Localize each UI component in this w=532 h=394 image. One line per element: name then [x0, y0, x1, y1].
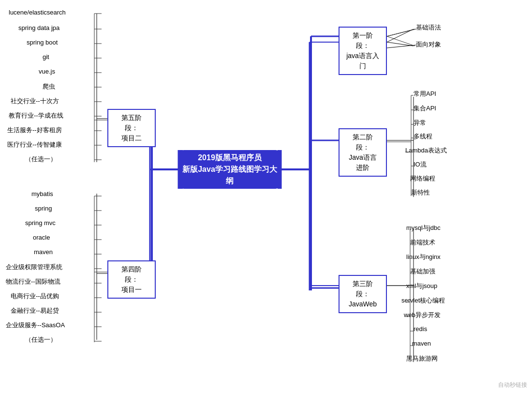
leaf-item: servlet核心编程 [401, 296, 445, 305]
leaf-item: spring mvc [25, 219, 56, 227]
leaf-item: 常用API [414, 90, 436, 98]
leaf-item: 集合API [414, 104, 436, 113]
leaf-item: 网络编程 [410, 174, 435, 183]
leaf-item: maven [412, 340, 431, 347]
stage2-label1: 第二阶段： [346, 132, 379, 152]
leaf-item: 电商行业--品优购 [11, 292, 59, 301]
leaf-item: mybatis [31, 190, 53, 197]
svg-line-7 [387, 42, 414, 46]
leaf-item: IO流 [414, 160, 427, 169]
leaf-item: 面向对象 [416, 40, 441, 49]
leaf-item: spring [35, 205, 52, 212]
svg-line-22 [387, 29, 416, 36]
leaf-item: 多线程 [414, 132, 432, 141]
stage3-label2: JavaWeb [346, 299, 379, 309]
leaf-item: vue.js [39, 68, 55, 75]
center-title-line2: 新版Java学习路线图学习大纲 [179, 164, 281, 187]
leaf-item: maven [34, 248, 53, 256]
leaf-item: 社交行业--十次方 [11, 97, 59, 106]
leaf-item: 异常 [414, 119, 426, 127]
stage4-box: 第四阶段： 项目一 [107, 260, 156, 299]
leaf-item: linux与nginx [406, 253, 441, 261]
leaf-item: 爬虫 [43, 82, 55, 91]
center-box: 2019版黑马程序员 新版Java学习路线图学习大纲 [179, 150, 281, 189]
svg-line-6 [387, 29, 414, 42]
leaf-item: 金融行业--易起贷 [11, 306, 59, 315]
stage5-label2: 项目二 [115, 133, 148, 143]
svg-line-23 [387, 45, 416, 48]
leaf-item: spring data jpa [18, 24, 59, 31]
leaf-item: mysql与jdbc [406, 224, 441, 232]
leaf-item: 物流行业--国际物流 [6, 277, 60, 286]
leaf-item: （任选一） [25, 155, 57, 164]
stage3-box: 第三阶段： JavaWeb [339, 275, 387, 313]
leaf-item: 新特性 [411, 188, 430, 197]
svg-line-25 [387, 36, 415, 46]
leaf-item: lucene/elasticsearch [9, 9, 66, 16]
leaf-item: Lambda表达式 [405, 146, 447, 155]
leaf-item: 企业级服务--SaasOA [6, 321, 65, 330]
stage1-box: 第一阶段： java语言入门 [339, 27, 387, 75]
leaf-item: 生活服务--好客租房 [7, 126, 62, 135]
leaf-item: web异步开发 [404, 311, 441, 319]
leaf-item: redis [414, 325, 427, 333]
stage1-label1: 第一阶段： [346, 30, 379, 51]
leaf-item: xml与jsoup [406, 282, 437, 290]
leaf-item: oracle [33, 234, 50, 241]
svg-line-24 [387, 29, 415, 36]
stage2-label2: Java语言进阶 [346, 152, 379, 173]
leaf-item: spring boot [27, 39, 58, 46]
stage1-label2: java语言入门 [346, 51, 379, 71]
leaf-item: 黑马旅游网 [406, 354, 438, 363]
leaf-item: 前端技术 [410, 238, 435, 247]
stage4-label1: 第四阶段： [115, 264, 148, 285]
center-title-line1: 2019版黑马程序员 [179, 152, 281, 164]
leaf-item: 教育行业--学成在线 [9, 111, 63, 120]
stage5-label1: 第五阶段： [115, 113, 148, 133]
watermark: 自动秒链接 [498, 381, 527, 389]
leaf-item: git [43, 53, 49, 61]
leaf-item: 基础加强 [410, 267, 435, 276]
stage4-label2: 项目一 [115, 285, 148, 295]
leaf-item: 基础语法 [416, 23, 441, 32]
leaf-item: （任选一） [25, 335, 57, 344]
stage5-box: 第五阶段： 项目二 [107, 109, 156, 147]
stage3-label1: 第三阶段： [346, 279, 379, 299]
stage2-box: 第二阶段： Java语言进阶 [339, 128, 387, 177]
leaf-item: 医疗行业--传智健康 [7, 140, 62, 149]
leaf-item: 企业级权限管理系统 [6, 263, 62, 272]
